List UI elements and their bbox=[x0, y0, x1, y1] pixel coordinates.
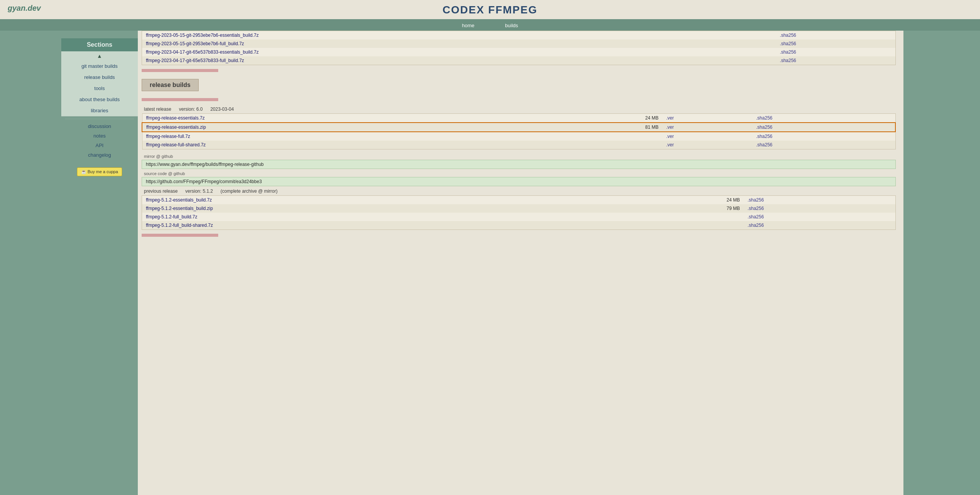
filename-cell[interactable]: ffmpeg-2023-05-15-git-2953ebe7b6-essenti… bbox=[142, 31, 738, 40]
table-row: ffmpeg-2023-04-17-git-65e537b833-full_bu… bbox=[142, 56, 896, 65]
sha-cell[interactable]: .sha256 bbox=[744, 196, 896, 205]
sidebar-item-api[interactable]: API bbox=[61, 141, 138, 150]
sha-cell[interactable]: .sha256 bbox=[776, 56, 895, 65]
ver-cell[interactable]: .ver bbox=[662, 141, 752, 149]
sha-cell[interactable]: .sha256 bbox=[744, 221, 896, 230]
mirror-label: mirror @ github bbox=[142, 152, 896, 159]
ver-cell[interactable]: .ver bbox=[662, 114, 752, 123]
latest-files-table: ffmpeg-release-essentials.7z 24 MB .ver … bbox=[142, 113, 896, 149]
sha-cell[interactable]: .sha256 bbox=[744, 204, 896, 213]
sidebar-secondary: discussion notes API changelog bbox=[61, 121, 138, 160]
sidebar-item-release-builds[interactable]: release builds bbox=[61, 72, 138, 83]
previous-release-info: previous release version: 5.1.2 (complet… bbox=[142, 187, 896, 195]
table-row: ffmpeg-release-full-shared.7z .ver .sha2… bbox=[142, 141, 895, 149]
table-row: ffmpeg-5.1.2-essentials_build.zip 79 MB … bbox=[142, 204, 896, 213]
size-cell: 24 MB bbox=[539, 114, 662, 123]
table-row: ffmpeg-5.1.2-full_build-shared.7z .sha25… bbox=[142, 221, 896, 230]
sidebar-item-git-master-builds[interactable]: git master builds bbox=[61, 61, 138, 72]
sidebar-item-libraries[interactable]: libraries bbox=[61, 105, 138, 116]
sha-cell[interactable]: .sha256 bbox=[752, 132, 895, 141]
size-cell: 24 MB bbox=[612, 196, 743, 205]
sidebar-item-changelog[interactable]: changelog bbox=[61, 150, 138, 160]
previous-files-table: ffmpeg-5.1.2-essentials_build.7z 24 MB .… bbox=[142, 195, 896, 230]
size-cell bbox=[539, 132, 662, 141]
filename-cell[interactable]: ffmpeg-5.1.2-full_build.7z bbox=[142, 213, 612, 221]
sidebar-item-tools[interactable]: tools bbox=[61, 83, 138, 94]
table-row: ffmpeg-release-essentials.7z 24 MB .ver … bbox=[142, 114, 895, 123]
pink-divider-top bbox=[142, 69, 218, 72]
release-builds-heading: release builds bbox=[142, 79, 199, 91]
filename-cell[interactable]: ffmpeg-2023-05-15-git-2953ebe7b6-full_bu… bbox=[142, 39, 738, 48]
size-cell bbox=[612, 213, 743, 221]
sidebar-item-about-these-builds[interactable]: about these builds bbox=[61, 94, 138, 105]
size-cell: 79 MB bbox=[612, 204, 743, 213]
filename-cell[interactable]: ffmpeg-release-full-shared.7z bbox=[142, 141, 539, 149]
latest-release-info: latest release version: 6.0 2023-03-04 bbox=[142, 105, 896, 113]
sidebar-item-notes[interactable]: notes bbox=[61, 131, 138, 141]
buy-cuppa-container: ☕ Buy me a cuppa bbox=[61, 167, 138, 176]
sha-cell[interactable]: .sha256 bbox=[776, 31, 895, 40]
ver-cell[interactable]: .ver bbox=[662, 132, 752, 141]
latest-release-version: version: 6.0 bbox=[179, 107, 203, 112]
buy-cuppa-button[interactable]: ☕ Buy me a cuppa bbox=[77, 167, 122, 176]
filename-cell[interactable]: ffmpeg-2023-04-17-git-65e537b833-full_bu… bbox=[142, 56, 738, 65]
filename-cell[interactable]: ffmpeg-2023-04-17-git-65e537b833-essenti… bbox=[142, 48, 738, 56]
navbar: home builds bbox=[0, 20, 980, 31]
filename-cell[interactable]: ffmpeg-5.1.2-essentials_build.7z bbox=[142, 196, 612, 205]
sidebar-item-discussion[interactable]: discussion bbox=[61, 121, 138, 131]
size-cell bbox=[612, 221, 743, 230]
latest-release-label: latest release bbox=[144, 107, 171, 112]
table-row: ffmpeg-release-full.7z .ver .sha256 bbox=[142, 132, 895, 141]
ver-cell[interactable]: .ver bbox=[662, 123, 752, 132]
left-background bbox=[0, 31, 61, 495]
latest-release-date: 2023-03-04 bbox=[210, 107, 234, 112]
nav-home[interactable]: home bbox=[447, 20, 490, 31]
mirror-url[interactable]: https://www.gyan.dev/ffmpeg/builds/ffmpe… bbox=[142, 160, 896, 169]
table-row: ffmpeg-2023-05-15-git-2953ebe7b6-full_bu… bbox=[142, 39, 896, 48]
filename-cell[interactable]: ffmpeg-release-essentials.zip bbox=[142, 123, 539, 132]
previous-release-label: previous release bbox=[144, 188, 178, 194]
sha-cell[interactable]: .sha256 bbox=[744, 213, 896, 221]
previous-release-version: version: 5.1.2 bbox=[185, 188, 213, 194]
sha-cell[interactable]: .sha256 bbox=[776, 48, 895, 56]
filename-cell[interactable]: ffmpeg-release-full.7z bbox=[142, 132, 539, 141]
layout: Sections ▲ git master builds release bui… bbox=[0, 31, 980, 495]
sidebar-nav: git master builds release builds tools a… bbox=[61, 61, 138, 116]
top-builds-section: ffmpeg-2023-05-15-git-2953ebe7b6-essenti… bbox=[142, 31, 896, 65]
release-builds-section: release builds latest release version: 6… bbox=[142, 76, 896, 237]
sidebar-divider bbox=[65, 119, 134, 119]
header: CODEX FFMPEG bbox=[0, 0, 980, 20]
filename-cell[interactable]: ffmpeg-5.1.2-essentials_build.zip bbox=[142, 204, 612, 213]
sha-cell[interactable]: .sha256 bbox=[752, 141, 895, 149]
filename-cell[interactable]: ffmpeg-release-essentials.7z bbox=[142, 114, 539, 123]
sha-cell[interactable]: .sha256 bbox=[752, 114, 895, 123]
size-cell bbox=[539, 141, 662, 149]
sidebar-arrow: ▲ bbox=[61, 51, 138, 61]
table-row: ffmpeg-2023-04-17-git-65e537b833-essenti… bbox=[142, 48, 896, 56]
right-background bbox=[903, 31, 980, 495]
previous-release-archive[interactable]: (complete archive @ mirror) bbox=[220, 188, 278, 194]
source-url[interactable]: https://github.com/FFmpeg/FFmpeg/commit/… bbox=[142, 177, 896, 186]
sha-cell[interactable]: .sha256 bbox=[752, 123, 895, 132]
nav-builds[interactable]: builds bbox=[490, 20, 533, 31]
filename-cell[interactable]: ffmpeg-5.1.2-full_build-shared.7z bbox=[142, 221, 612, 230]
table-row: ffmpeg-5.1.2-full_build.7z .sha256 bbox=[142, 213, 896, 221]
site-title: CODEX FFMPEG bbox=[0, 4, 980, 16]
sidebar: Sections ▲ git master builds release bui… bbox=[61, 31, 138, 495]
table-row-highlighted: ffmpeg-release-essentials.zip 81 MB .ver… bbox=[142, 123, 895, 132]
main-content: ffmpeg-2023-05-15-git-2953ebe7b6-essenti… bbox=[138, 31, 903, 495]
sha-cell[interactable]: .sha256 bbox=[776, 39, 895, 48]
table-row: ffmpeg-5.1.2-essentials_build.7z 24 MB .… bbox=[142, 196, 896, 205]
site-name: gyan.dev bbox=[8, 4, 41, 13]
source-label: source code @ github bbox=[142, 170, 896, 176]
top-builds-table: ffmpeg-2023-05-15-git-2953ebe7b6-essenti… bbox=[142, 31, 896, 65]
table-row: ffmpeg-2023-05-15-git-2953ebe7b6-essenti… bbox=[142, 31, 896, 40]
pink-divider-below-heading bbox=[142, 98, 218, 101]
sections-heading: Sections bbox=[61, 38, 138, 51]
size-cell: 81 MB bbox=[539, 123, 662, 132]
pink-divider-bottom bbox=[142, 234, 218, 237]
